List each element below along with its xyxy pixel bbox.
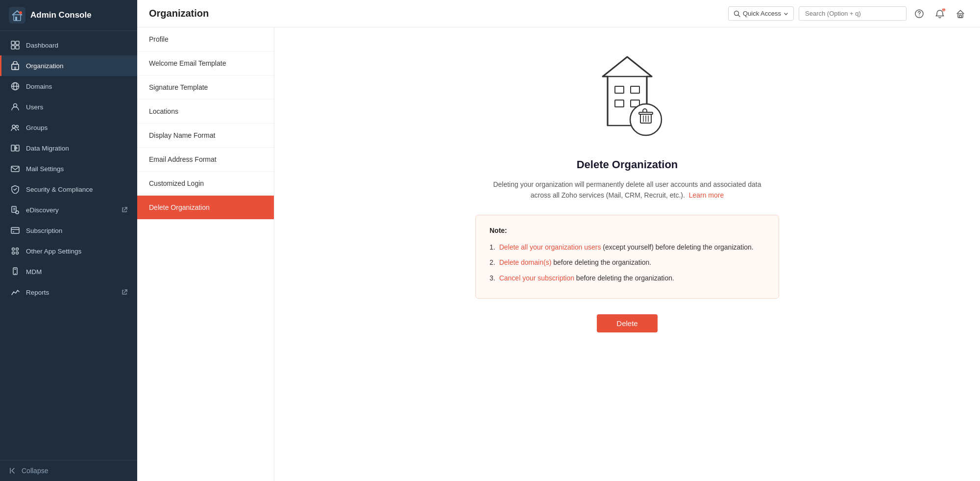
apps-icon (10, 246, 20, 256)
app-logo (9, 7, 25, 24)
sidebar-item-reports[interactable]: Reports (0, 282, 137, 303)
sidebar-item-domains[interactable]: Domains (0, 76, 137, 97)
svg-point-28 (12, 252, 15, 254)
svg-point-26 (12, 248, 15, 251)
svg-rect-19 (12, 206, 16, 212)
migration-icon (10, 143, 20, 153)
note-item-2: 2. Delete domain(s) before deleting the … (490, 257, 765, 269)
search-input[interactable] (799, 6, 906, 21)
users-icon (10, 102, 20, 112)
quick-access-label: Quick Access (743, 10, 781, 17)
subscription-icon (10, 226, 20, 235)
delete-org-illustration (578, 47, 676, 147)
sidebar-item-organization[interactable]: Organization (0, 55, 137, 76)
reports-external-icon (122, 289, 128, 296)
notification-badge: 1 (942, 8, 946, 12)
sidebar-item-dashboard[interactable]: Dashboard (0, 35, 137, 55)
subnav-delete-org[interactable]: Delete Organization (137, 196, 274, 220)
svg-rect-38 (958, 14, 963, 18)
note-label: Note: (490, 225, 765, 237)
sidebar-label-data-migration: Data Migration (26, 145, 128, 152)
sidebar-collapse-button[interactable]: Collapse (0, 460, 137, 481)
search-icon (734, 10, 740, 17)
svg-rect-7 (16, 46, 19, 49)
main-panel: Delete Organization Deleting your organi… (274, 27, 980, 481)
sidebar-label-mail-settings: Mail Settings (26, 165, 128, 173)
content-area: Profile Welcome Email Template Signature… (137, 27, 980, 481)
note-item-1-text: (except yourself) before deleting the or… (601, 243, 753, 251)
svg-rect-23 (11, 228, 19, 233)
sidebar-label-security: Security & Compliance (26, 186, 128, 193)
sidebar-label-groups: Groups (26, 124, 128, 131)
help-button[interactable] (911, 6, 927, 22)
sidebar-label-organization: Organization (26, 62, 128, 70)
domains-icon (10, 81, 20, 91)
reports-icon (10, 287, 20, 297)
home-button[interactable] (953, 6, 968, 22)
sidebar-label-mdm: MDM (26, 268, 128, 276)
sidebar: Admin Console Dashboard (0, 0, 137, 481)
subnav-locations[interactable]: Locations (137, 100, 274, 124)
svg-rect-5 (16, 41, 19, 45)
delete-users-link[interactable]: Delete all your organization users (499, 243, 601, 251)
svg-rect-9 (14, 67, 16, 70)
security-icon (10, 184, 20, 194)
collapse-label: Collapse (22, 467, 48, 475)
subnav-email-address[interactable]: Email Address Format (137, 148, 274, 172)
sidebar-label-reports: Reports (26, 289, 120, 296)
svg-point-14 (12, 125, 15, 128)
sidebar-item-mail-settings[interactable]: Mail Settings (0, 158, 137, 179)
subnav-welcome-email[interactable]: Welcome Email Template (137, 51, 274, 76)
external-link-icon (122, 206, 128, 213)
learn-more-link[interactable]: Learn more (689, 191, 724, 199)
sidebar-item-other-app[interactable]: Other App Settings (0, 241, 137, 261)
svg-rect-2 (15, 17, 17, 21)
sidebar-item-subscription[interactable]: Subscription (0, 220, 137, 241)
svg-point-37 (919, 15, 920, 16)
svg-rect-6 (11, 46, 15, 49)
sidebar-label-users: Users (26, 103, 128, 111)
svg-point-29 (16, 252, 19, 254)
sidebar-item-users[interactable]: Users (0, 97, 137, 117)
sidebar-label-subscription: Subscription (26, 227, 128, 234)
notifications-button[interactable]: 1 (932, 6, 948, 22)
organization-icon (10, 61, 20, 71)
panel-description: Deleting your organization will permanen… (490, 179, 764, 201)
dashboard-icon (10, 40, 20, 50)
subnav: Profile Welcome Email Template Signature… (137, 27, 274, 481)
note-item-1: 1. Delete all your organization users (e… (490, 242, 765, 253)
svg-rect-41 (615, 86, 624, 93)
svg-line-35 (738, 15, 740, 17)
cancel-subscription-link[interactable]: Cancel your subscription (499, 274, 574, 282)
sidebar-item-security[interactable]: Security & Compliance (0, 179, 137, 200)
sidebar-header: Admin Console (0, 0, 137, 31)
svg-point-27 (16, 248, 19, 251)
subnav-display-name[interactable]: Display Name Format (137, 124, 274, 148)
sidebar-label-ediscovery: eDiscovery (26, 206, 120, 214)
panel-title: Delete Organization (577, 158, 678, 171)
subnav-profile[interactable]: Profile (137, 27, 274, 51)
sidebar-item-mdm[interactable]: MDM (0, 261, 137, 282)
note-item-3-text: before deleting the organization. (574, 274, 674, 282)
sidebar-item-data-migration[interactable]: Data Migration (0, 138, 137, 158)
sidebar-label-other-app: Other App Settings (26, 248, 128, 255)
sidebar-item-groups[interactable]: Groups (0, 117, 137, 138)
delete-domains-link[interactable]: Delete domain(s) (499, 258, 552, 266)
groups-icon (10, 123, 20, 132)
svg-rect-25 (13, 231, 14, 232)
subnav-customized-login[interactable]: Customized Login (137, 172, 274, 196)
svg-rect-18 (11, 166, 19, 172)
chevron-down-icon (784, 11, 788, 16)
mail-icon (10, 164, 20, 174)
svg-rect-4 (11, 41, 15, 45)
subnav-signature[interactable]: Signature Template (137, 76, 274, 100)
ediscovery-icon (10, 205, 20, 215)
svg-point-3 (19, 11, 22, 14)
sidebar-item-ediscovery[interactable]: eDiscovery (0, 200, 137, 220)
sidebar-nav: Dashboard Organization Domai (0, 31, 137, 460)
quick-access-button[interactable]: Quick Access (728, 6, 794, 21)
home-icon (956, 9, 965, 18)
svg-rect-43 (615, 100, 624, 107)
delete-button[interactable]: Delete (597, 314, 657, 332)
help-icon (915, 9, 924, 18)
